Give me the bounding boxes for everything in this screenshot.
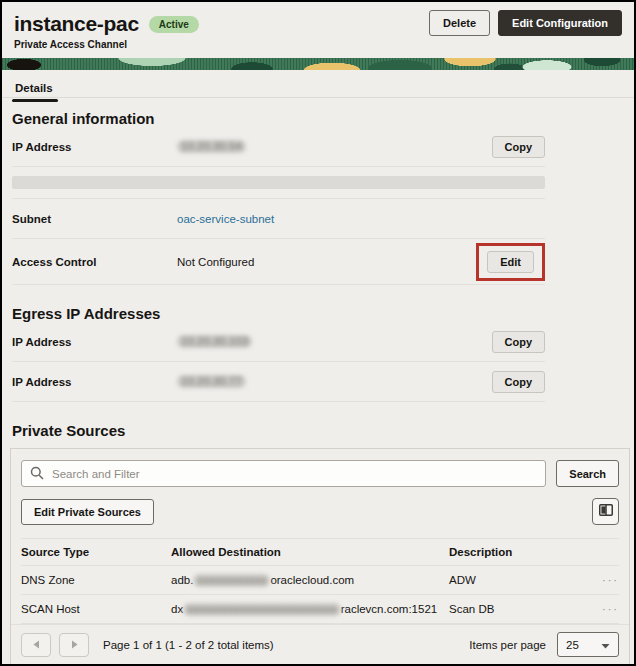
subnet-value-wrap: oac-service-subnet — [177, 213, 545, 225]
search-button[interactable]: Search — [556, 460, 619, 487]
private-sources-table: Source Type Allowed Destination Descript… — [21, 538, 619, 624]
egress-ip-value: 10.20.30.103 — [177, 335, 252, 348]
app-window: instance-pac Active Private Access Chann… — [0, 0, 636, 666]
cell-description: ADW — [449, 574, 593, 586]
private-sources-panel: Search Edit Private Sources Source Type … — [10, 448, 630, 666]
edit-private-sources-button[interactable]: Edit Private Sources — [21, 499, 154, 525]
page-next-icon — [71, 637, 78, 652]
dest-suffix: oraclecloud.com — [270, 574, 354, 586]
items-per-page-select[interactable]: 25 — [557, 632, 619, 657]
manage-columns-button[interactable] — [592, 498, 619, 525]
general-information-rows: IP Address 10.20.30.54 Copy Subnet oac-s… — [12, 127, 545, 285]
tab-details[interactable]: Details — [15, 82, 53, 101]
ip-address-value: 10.20.30.54 — [177, 140, 246, 153]
egress-ip-value: 10.20.30.77 — [177, 375, 246, 388]
dest-redacted: xxxxxxxxxxxx — [193, 574, 270, 587]
egress-rows: IP Address 10.20.30.103 Copy IP Address … — [12, 322, 545, 402]
search-icon — [30, 466, 44, 484]
cell-source-type: SCAN Host — [21, 603, 171, 615]
columns-icon — [599, 504, 613, 519]
private-sources-heading: Private Sources — [12, 422, 624, 439]
redacted-row — [12, 167, 545, 199]
table-row: DNS Zone adb.xxxxxxxxxxxxoraclecloud.com… — [21, 566, 619, 595]
column-header-description: Description — [449, 546, 593, 558]
items-per-page-value: 25 — [566, 639, 579, 651]
general-information-heading: General information — [12, 110, 624, 127]
row-actions-menu-button[interactable]: ··· — [602, 603, 619, 615]
ip-address-row: IP Address 10.20.30.54 Copy — [12, 127, 545, 167]
subnet-row: Subnet oac-service-subnet — [12, 199, 545, 239]
egress-ip-value-wrap: 10.20.30.103 — [177, 335, 492, 348]
page-header: instance-pac Active Private Access Chann… — [2, 2, 634, 58]
copy-egress-ip-button[interactable]: Copy — [492, 371, 546, 393]
page-prev-icon — [33, 637, 40, 652]
row-actions-menu-button[interactable]: ··· — [602, 574, 619, 586]
egress-ip-row: IP Address 10.20.30.77 Copy — [12, 362, 545, 402]
page-title: instance-pac — [14, 12, 139, 36]
cell-actions: ··· — [593, 574, 619, 586]
subnet-label: Subnet — [12, 213, 177, 225]
cell-source-type: DNS Zone — [21, 574, 171, 586]
cell-allowed-destination: dxxxxxxxxxxxxxxxxxxxxxxxxxxxraclevcn.com… — [171, 603, 449, 616]
header-actions: Delete Edit Configuration — [429, 10, 622, 36]
copy-egress-ip-button[interactable]: Copy — [492, 331, 546, 353]
table-row: SCAN Host dxxxxxxxxxxxxxxxxxxxxxxxxxxxra… — [21, 595, 619, 624]
egress-heading: Egress IP Addresses — [12, 305, 624, 322]
access-control-value: Not Configured — [177, 256, 476, 268]
search-row: Search — [21, 460, 619, 487]
dest-suffix: raclevcn.com:1521 — [341, 603, 438, 615]
egress-ip-label: IP Address — [12, 376, 177, 388]
access-control-label: Access Control — [12, 256, 177, 268]
egress-ip-value-wrap: 10.20.30.77 — [177, 375, 492, 388]
access-control-edit-button[interactable]: Edit — [487, 251, 534, 273]
table-header-row: Source Type Allowed Destination Descript… — [21, 538, 619, 566]
tab-active-indicator — [12, 99, 58, 102]
tab-bar: Details — [2, 70, 634, 98]
cell-allowed-destination: adb.xxxxxxxxxxxxoraclecloud.com — [171, 574, 449, 587]
search-input[interactable] — [21, 460, 546, 487]
dest-prefix: adb. — [171, 574, 193, 586]
egress-ip-label: IP Address — [12, 336, 177, 348]
status-badge: Active — [149, 16, 199, 33]
egress-ip-row: IP Address 10.20.30.103 Copy — [12, 322, 545, 362]
items-per-page-label: Items per page — [469, 639, 546, 651]
main-content: General information IP Address 10.20.30.… — [2, 110, 634, 666]
caret-down-icon — [601, 639, 610, 651]
ip-address-label: IP Address — [12, 141, 177, 153]
delete-button[interactable]: Delete — [429, 10, 490, 36]
dest-prefix: dx — [171, 603, 183, 615]
dest-redacted: xxxxxxxxxxxxxxxxxxxxxxxxxx — [183, 603, 341, 616]
edit-configuration-button[interactable]: Edit Configuration — [498, 10, 622, 36]
column-header-allowed-destination: Allowed Destination — [171, 546, 449, 558]
decorative-banner — [2, 58, 634, 70]
search-box — [21, 460, 546, 487]
copy-ip-button[interactable]: Copy — [492, 136, 546, 158]
subnet-link[interactable]: oac-service-subnet — [177, 213, 274, 225]
previous-page-button[interactable] — [21, 633, 51, 657]
pagination-bar: Page 1 of 1 (1 - 2 of 2 total items) Ite… — [11, 624, 629, 665]
ip-address-value-wrap: 10.20.30.54 — [177, 140, 492, 153]
pagination-status: Page 1 of 1 (1 - 2 of 2 total items) — [103, 639, 274, 651]
cell-actions: ··· — [593, 603, 619, 615]
tab-details-label: Details — [15, 82, 53, 94]
cell-description: Scan DB — [449, 603, 593, 615]
annotation-highlight-box: Edit — [476, 243, 545, 281]
column-header-source-type: Source Type — [21, 546, 171, 558]
page-subtitle: Private Access Channel — [14, 39, 622, 50]
next-page-button[interactable] — [59, 633, 89, 657]
table-actions-row: Edit Private Sources — [21, 498, 619, 525]
access-control-row: Access Control Not Configured Edit — [12, 239, 545, 285]
redacted-value-bar — [12, 176, 545, 189]
items-per-page-group: Items per page 25 — [469, 632, 619, 657]
